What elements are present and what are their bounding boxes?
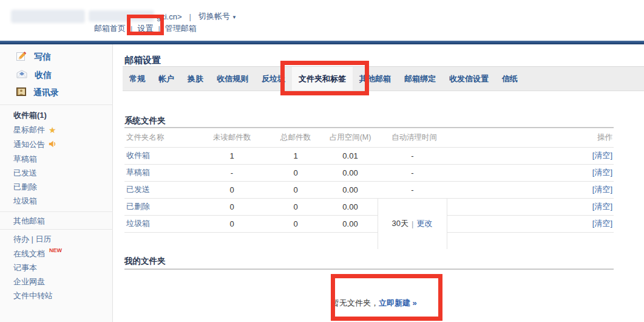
space-used: 0.00 [323,202,378,211]
total-count: 0 [268,168,323,177]
sidebar: 写信 收信 通讯录 收件箱(1) 星标邮件 ★ 通知公告 草稿箱 已发送 已删除… [0,44,113,322]
contacts-label: 通讯录 [33,87,59,98]
sidebar-divider [0,104,113,105]
nav-settings-link[interactable]: 设置 [137,23,153,34]
sidebar-item-notebook[interactable]: 记事本 [13,262,37,273]
space-used: 0.00 [323,168,378,177]
page-title: 邮箱设置 [124,55,161,66]
sidebar-item-announcements[interactable]: 通知公告 [13,139,56,150]
tab-folders-and-labels[interactable]: 文件夹和标签 [292,67,353,91]
separator: | [130,24,132,33]
clear-folder-link[interactable]: [清空] [592,151,612,160]
separator: | [158,24,160,33]
table-grid-line [124,164,614,165]
clear-folder-link[interactable]: [清空] [592,219,612,228]
tab-general[interactable]: 常规 [123,67,152,91]
table-grid-line [124,181,614,182]
empty-text: 暂无文件夹， [331,298,379,307]
contacts-icon [16,87,26,99]
system-folders-table: 文件夹名称 未读邮件数 总邮件数 占用空间(M) 自动清理时间 操作 收件箱 1… [124,128,614,256]
separator: | [189,12,191,21]
clear-folder-link[interactable]: [清空] [592,185,612,194]
merged-cell-border [447,198,447,249]
space-used: 0.00 [323,219,378,228]
table-row: 已发送 0 0 0.00 - [清空] [124,181,614,198]
table-row: 垃圾箱 0 0 0.00 [清空] [124,215,614,232]
sidebar-item-other-mailboxes[interactable]: 其他邮箱 [13,216,45,227]
tab-account[interactable]: 帐户 [152,67,181,91]
space-used: 0.00 [323,185,378,194]
sidebar-item-file-transfer[interactable]: 文件中转站 [13,290,53,301]
folder-name: 草稿箱 [124,167,195,178]
table-header-row: 文件夹名称 未读邮件数 总邮件数 占用空间(M) 自动清理时间 操作 [124,128,614,147]
settings-tab-bar: 常规 帐户 换肤 收信规则 反垃圾 文件夹和标签 其他邮箱 邮箱绑定 收发信设置… [123,66,644,91]
contacts-button[interactable]: 通讯录 [16,86,59,100]
table-row: 收件箱 1 1 0.01 - [清空] [124,147,614,164]
table-grid-line [124,232,378,233]
clear-folder-link[interactable]: [清空] [592,202,612,211]
total-count: 0 [268,219,323,228]
unread-count: 0 [195,202,268,211]
sidebar-divider [0,211,113,212]
tab-other-mailboxes[interactable]: 其他邮箱 [353,67,398,91]
table-grid-line [124,215,378,216]
auto-clean: - [378,151,447,160]
total-count: 0 [268,185,323,194]
compose-button[interactable]: 写信 [16,50,51,64]
my-folders-empty-state: 暂无文件夹，立即新建 » [331,298,417,309]
compose-label: 写信 [34,52,51,63]
col-actions: 操作 [447,132,614,143]
new-badge: NEW [49,247,62,253]
sidebar-item-todo-calendar[interactable]: 待办 | 日历 [13,234,52,245]
col-auto-clean: 自动清理时间 [378,132,447,143]
clear-folder-link[interactable]: [清空] [592,168,612,177]
sidebar-item-junk[interactable]: 垃圾箱 [13,196,37,207]
table-row: 草稿箱 - 0 0.00 - [清空] [124,164,614,181]
total-count: 0 [268,202,323,211]
sidebar-divider [0,229,113,230]
chevron-down-icon: ▼ [232,15,237,20]
top-bar: gxi.cn> | 切换帐号▼ 邮箱首页 | 设置 | 管理邮箱 [0,0,644,41]
tab-skin[interactable]: 换肤 [181,67,210,91]
email-domain-text: gxi.cn> [157,12,182,21]
folder-name: 已删除 [124,201,195,212]
sidebar-item-company-drive[interactable]: 企业网盘 [13,276,45,287]
auto-clean: - [378,168,447,177]
system-folders-title: 系统文件夹 [124,115,166,126]
total-count: 1 [268,151,323,160]
redacted-logo [11,10,85,23]
tab-send-receive[interactable]: 收发信设置 [442,67,495,91]
redacted-email-address [89,10,154,22]
unread-count: 0 [195,219,268,228]
separator: | [412,219,413,228]
change-auto-clean-link[interactable]: 更改 [416,218,432,229]
table-grid-line [447,215,614,216]
auto-clean-days: 30天 [392,218,408,229]
tab-mail-rules[interactable]: 收信规则 [210,67,255,91]
folder-name: 收件箱 [124,150,195,161]
table-grid-line [124,198,614,199]
tab-mailbox-binding[interactable]: 邮箱绑定 [398,67,442,91]
my-folders-title: 我的文件夹 [124,256,166,267]
section-rule [124,269,614,270]
sidebar-item-starred[interactable]: 星标邮件 ★ [13,125,56,135]
sidebar-item-deleted[interactable]: 已删除 [13,182,37,193]
receive-mail-label: 收信 [35,70,52,81]
nav-manage-mail-link[interactable]: 管理邮箱 [165,23,197,34]
create-folder-link[interactable]: 立即新建 » [379,298,417,307]
sidebar-item-online-docs[interactable]: 在线文档NEW [13,248,62,259]
switch-account-link[interactable]: 切换帐号▼ [198,11,237,22]
sidebar-item-drafts[interactable]: 草稿箱 [13,154,37,165]
col-total-count: 总邮件数 [268,132,323,143]
auto-clean-merged-cell: 30天 | 更改 [378,198,447,249]
tab-stationery[interactable]: 信纸 [495,67,524,91]
receive-mail-button[interactable]: 收信 [16,68,52,83]
tab-anti-spam[interactable]: 反垃圾 [255,67,292,91]
col-space-used: 占用空间(M) [323,132,378,143]
nav-mail-home-link[interactable]: 邮箱首页 [94,23,126,34]
account-line: gxi.cn> | 切换帐号▼ [157,11,237,22]
sidebar-item-sent[interactable]: 已发送 [13,168,37,179]
sidebar-item-inbox[interactable]: 收件箱(1) [13,110,47,121]
unread-count: 0 [195,185,268,194]
unread-count: - [195,168,268,177]
